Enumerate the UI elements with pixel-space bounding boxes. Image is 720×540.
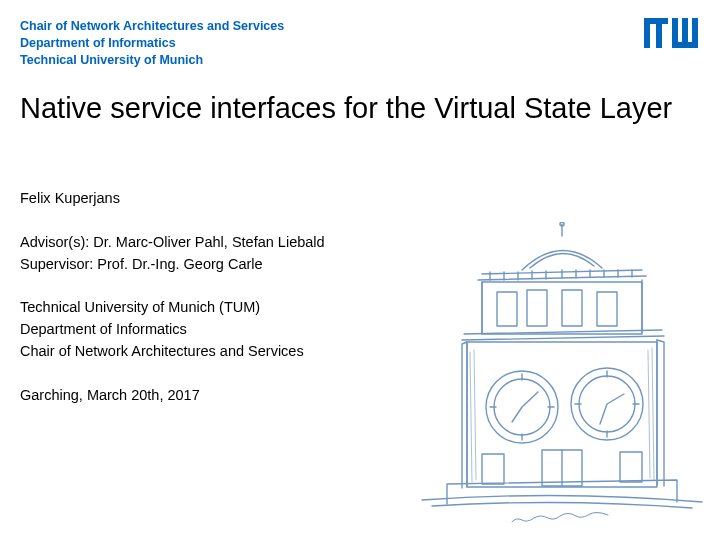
svg-rect-13 [620,452,642,482]
place-date: Garching, March 20th, 2017 [20,385,450,407]
slide-header: Chair of Network Architectures and Servi… [20,18,700,69]
affiliation-department: Department of Informatics [20,319,450,341]
affiliation-block: Technical University of Munich (TUM) Dep… [20,297,450,362]
svg-rect-6 [497,292,517,326]
supervisor-line: Supervisor: Prof. Dr.-Ing. Georg Carle [20,254,450,276]
advisors-line: Advisor(s): Dr. Marc-Oliver Pahl, Stefan… [20,232,450,254]
svg-rect-8 [562,290,582,326]
author-name: Felix Kuperjans [20,188,450,210]
svg-rect-7 [527,290,547,326]
clock-tower-sketch-icon [412,222,712,532]
header-line-2: Department of Informatics [20,35,284,52]
header-line-1: Chair of Network Architectures and Servi… [20,18,284,35]
header-affiliation: Chair of Network Architectures and Servi… [20,18,284,69]
tum-logo-icon [644,18,700,48]
svg-rect-9 [597,292,617,326]
affiliation-chair: Chair of Network Architectures and Servi… [20,341,450,363]
svg-rect-12 [482,454,504,484]
advisor-block: Advisor(s): Dr. Marc-Oliver Pahl, Stefan… [20,232,450,276]
title-meta: Felix Kuperjans Advisor(s): Dr. Marc-Oli… [20,188,450,428]
presentation-title: Native service interfaces for the Virtua… [20,90,700,126]
header-line-3: Technical University of Munich [20,52,284,69]
affiliation-university: Technical University of Munich (TUM) [20,297,450,319]
